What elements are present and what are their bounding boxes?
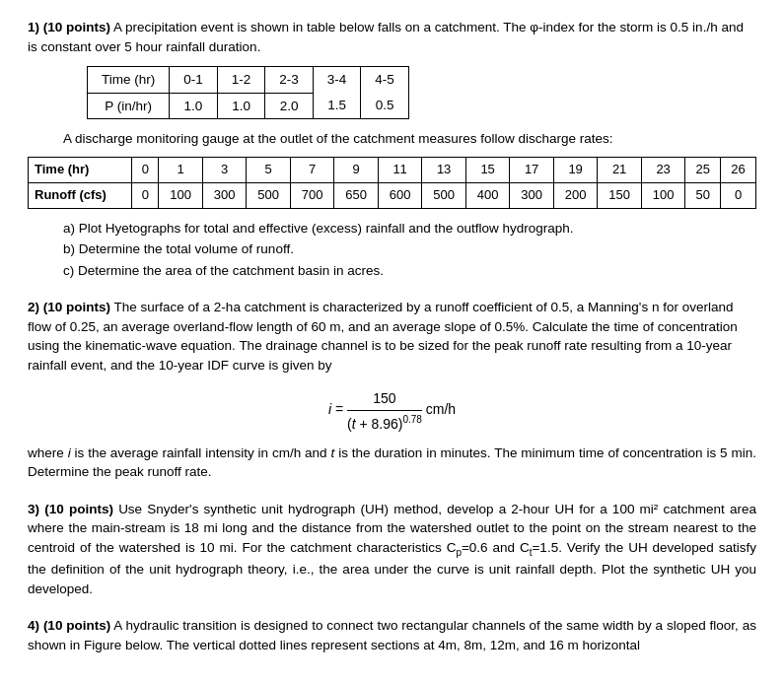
r3: 300 <box>202 182 247 208</box>
precip-p-label: P (in/hr) <box>88 93 170 119</box>
r15: 400 <box>465 182 510 208</box>
r9: 650 <box>334 182 379 208</box>
runoff-table: Time (hr) 0 1 3 5 7 9 11 13 15 17 19 21 … <box>28 157 756 209</box>
t25: 25 <box>685 157 721 182</box>
problem-4-number: 4) <box>28 618 39 633</box>
formula-denominator: (t + 8.96)0.78 <box>347 413 422 434</box>
problem-4-header: 4) (10 points) A hydraulic transition is… <box>28 616 756 654</box>
sub-b-text: Determine the total volume of runoff. <box>79 241 294 256</box>
problem-2-number: 2) <box>28 300 39 314</box>
formula-units: cm/h <box>426 402 456 418</box>
t15: 15 <box>465 157 510 182</box>
sub-a-letter: a) <box>63 221 75 236</box>
sub-item-a: a) Plot Hyetographs for total and effect… <box>63 219 756 239</box>
runoff-row-label: Runoff (cfs) <box>29 182 132 208</box>
r0: 0 <box>132 182 159 208</box>
t3: 3 <box>202 157 247 182</box>
precip-table-wrapper: Time (hr) 0-1 1-2 2-3 3-4 4-5 P (in/hr) … <box>87 66 756 119</box>
formula-block: i = 150 (t + 8.96)0.78 cm/h <box>28 388 756 433</box>
precip-time-label: Time (hr) <box>88 67 170 94</box>
problem-2-after-formula: where i is the average rainfall intensit… <box>28 444 756 482</box>
r13: 500 <box>422 182 466 208</box>
precip-v01: 1.0 <box>170 93 218 119</box>
precip-v23: 2.0 <box>265 93 314 119</box>
sub-item-c: c) Determine the area of the catchment b… <box>63 261 756 281</box>
discharge-intro: A discharge monitoring gauge at the outl… <box>63 129 756 149</box>
t17: 17 <box>510 157 554 182</box>
problem-2-body: The surface of a 2-ha catchment is chara… <box>28 300 738 373</box>
r23: 100 <box>641 182 685 208</box>
precip-v34: 1.5 <box>313 93 361 119</box>
precip-v12: 1.0 <box>217 93 265 119</box>
problem-3-number: 3) <box>28 502 39 516</box>
runoff-table-wrapper: Time (hr) 0 1 3 5 7 9 11 13 15 17 19 21 … <box>28 157 756 209</box>
sub-c-letter: c) <box>63 263 74 278</box>
precip-h45: 4-5 <box>361 67 409 94</box>
problem-4: 4) (10 points) A hydraulic transition is… <box>28 616 756 654</box>
r21: 150 <box>598 182 642 208</box>
problem-1: 1) (10 points) A precipitation event is … <box>28 18 756 280</box>
t5: 5 <box>247 157 291 182</box>
problem-1-header: 1) (10 points) A precipitation event is … <box>28 18 756 56</box>
t19: 19 <box>553 157 598 182</box>
sub-c-text: Determine the area of the catchment basi… <box>78 263 384 278</box>
problem-1-number: 1) <box>28 20 39 34</box>
t7: 7 <box>290 157 334 182</box>
r7: 700 <box>290 182 334 208</box>
precip-v45: 0.5 <box>361 93 409 119</box>
formula-lhs: i <box>328 402 331 418</box>
r25: 50 <box>685 182 721 208</box>
sub-items-1: a) Plot Hyetographs for total and effect… <box>63 219 756 281</box>
formula-fraction: 150 (t + 8.96)0.78 <box>347 388 422 433</box>
precip-h34: 3-4 <box>313 67 361 94</box>
t0: 0 <box>132 157 159 182</box>
sub-b-letter: b) <box>63 241 75 256</box>
r11: 600 <box>378 182 422 208</box>
formula-numerator: 150 <box>347 388 422 410</box>
r26: 0 <box>721 182 756 208</box>
problem-3-header: 3) (10 points) Use Snyder's synthetic un… <box>28 500 756 598</box>
problem-3-body: Use Snyder's synthetic unit hydrograph (… <box>28 502 756 596</box>
t1: 1 <box>159 157 203 182</box>
t26: 26 <box>721 157 756 182</box>
r5: 500 <box>247 182 291 208</box>
sub-a-text: Plot Hyetographs for total and effective… <box>79 221 574 236</box>
problem-2-points: (10 points) <box>43 300 110 314</box>
precip-h12: 1-2 <box>217 67 265 94</box>
formula-exponent: 0.78 <box>402 414 421 425</box>
problem-1-intro: A precipitation event is shown in table … <box>28 20 744 54</box>
problem-1-points: (10 points) <box>43 20 110 34</box>
problem-4-points: (10 points) <box>43 618 110 633</box>
problem-3: 3) (10 points) Use Snyder's synthetic un… <box>28 500 756 598</box>
t21: 21 <box>598 157 642 182</box>
time-row-label: Time (hr) <box>29 157 132 182</box>
t9: 9 <box>334 157 379 182</box>
r19: 200 <box>553 182 598 208</box>
sub-item-b: b) Determine the total volume of runoff. <box>63 239 756 259</box>
t11: 11 <box>378 157 422 182</box>
problem-2-header: 2) (10 points) The surface of a 2-ha cat… <box>28 298 756 375</box>
problem-2: 2) (10 points) The surface of a 2-ha cat… <box>28 298 756 482</box>
formula-eq: = <box>335 402 347 418</box>
t13: 13 <box>422 157 466 182</box>
precip-h01: 0-1 <box>170 67 218 94</box>
precip-table: Time (hr) 0-1 1-2 2-3 3-4 4-5 P (in/hr) … <box>87 66 409 119</box>
problem-3-points: (10 points) <box>44 502 113 516</box>
precip-h23: 2-3 <box>265 67 314 94</box>
r17: 300 <box>510 182 554 208</box>
problem-4-body: A hydraulic transition is designed to co… <box>28 618 756 652</box>
r1: 100 <box>159 182 203 208</box>
t23: 23 <box>641 157 685 182</box>
